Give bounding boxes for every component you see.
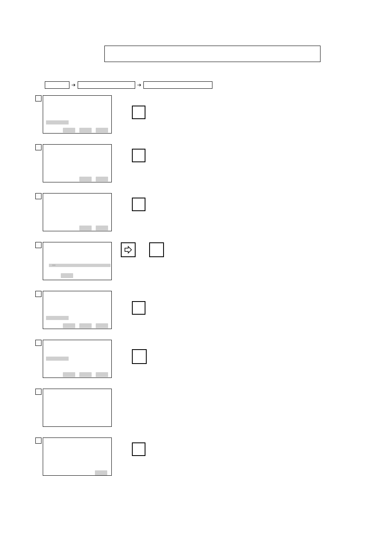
breadcrumb-step-1[interactable]	[45, 81, 69, 89]
row-checkbox[interactable]	[35, 144, 42, 150]
arrow-right-icon	[71, 82, 76, 88]
arrow-right-icon	[136, 82, 142, 88]
card[interactable]	[43, 95, 112, 134]
row-checkbox[interactable]	[35, 242, 42, 248]
breadcrumb-step-3[interactable]	[143, 81, 212, 89]
row-checkbox[interactable]	[35, 438, 42, 444]
card[interactable]	[43, 340, 112, 378]
card[interactable]	[43, 242, 112, 280]
breadcrumb	[45, 81, 212, 89]
row-checkbox[interactable]	[35, 95, 42, 101]
target-box[interactable]	[132, 301, 145, 315]
target-box[interactable]	[132, 349, 147, 364]
page	[0, 0, 392, 555]
row-checkbox[interactable]	[35, 389, 42, 395]
breadcrumb-step-2[interactable]	[78, 81, 135, 89]
card[interactable]	[43, 389, 112, 427]
card[interactable]	[43, 144, 112, 182]
target-box[interactable]	[132, 198, 145, 211]
card[interactable]	[43, 193, 112, 231]
handle-icon	[52, 265, 55, 266]
target-box[interactable]	[132, 149, 145, 162]
target-box[interactable]	[149, 242, 164, 257]
target-box[interactable]	[132, 442, 145, 456]
title-field[interactable]	[104, 46, 321, 62]
target-box[interactable]	[132, 106, 145, 119]
row-checkbox[interactable]	[35, 340, 42, 346]
row-checkbox[interactable]	[35, 291, 42, 297]
row-checkbox[interactable]	[35, 193, 42, 199]
go-arrow-button[interactable]	[121, 242, 136, 257]
card[interactable]	[43, 438, 112, 476]
card[interactable]	[43, 291, 112, 329]
